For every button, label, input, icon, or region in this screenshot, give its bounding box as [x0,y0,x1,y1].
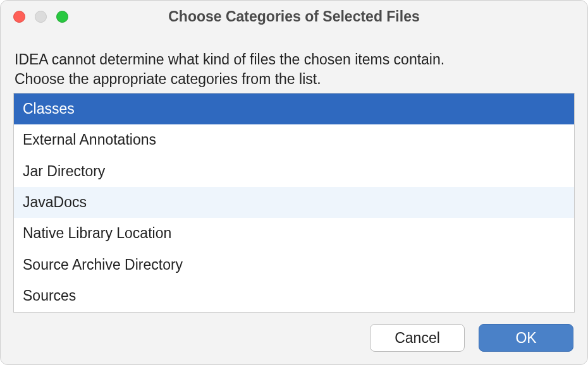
dialog-window: Choose Categories of Selected Files IDEA… [0,0,588,365]
button-label: Cancel [395,330,440,347]
minimize-window-button[interactable] [35,11,47,23]
list-item[interactable]: External Annotations [14,124,574,155]
button-label: OK [515,330,536,347]
list-item-label: External Annotations [23,131,156,148]
list-item[interactable]: Native Library Location [14,218,574,249]
list-item[interactable]: Sources [14,280,574,311]
message-line-2: Choose the appropriate categories from t… [15,71,321,87]
message-line-1: IDEA cannot determine what kind of files… [15,51,444,68]
list-item[interactable]: Jar Directory [14,156,574,187]
list-item[interactable]: Classes [14,93,574,124]
list-item-label: Native Library Location [23,225,171,241]
list-item-label: Source Archive Directory [23,256,183,273]
list-item[interactable]: Source Archive Directory [14,249,574,280]
titlebar: Choose Categories of Selected Files [1,1,587,32]
dialog-body: IDEA cannot determine what kind of files… [1,32,587,313]
list-item[interactable]: JavaDocs [14,187,574,218]
cancel-button[interactable]: Cancel [370,324,465,352]
window-controls [13,11,68,23]
ok-button[interactable]: OK [479,324,573,352]
dialog-buttons: Cancel OK [370,324,573,352]
list-item-label: JavaDocs [23,194,87,210]
close-window-button[interactable] [13,11,25,23]
dialog-title: Choose Categories of Selected Files [168,8,420,25]
list-item-label: Sources [23,287,76,304]
list-item-label: Jar Directory [23,163,105,179]
list-item-label: Classes [23,100,75,117]
category-list[interactable]: Classes External Annotations Jar Directo… [13,93,575,312]
dialog-message: IDEA cannot determine what kind of files… [15,50,575,89]
maximize-window-button[interactable] [56,11,68,23]
